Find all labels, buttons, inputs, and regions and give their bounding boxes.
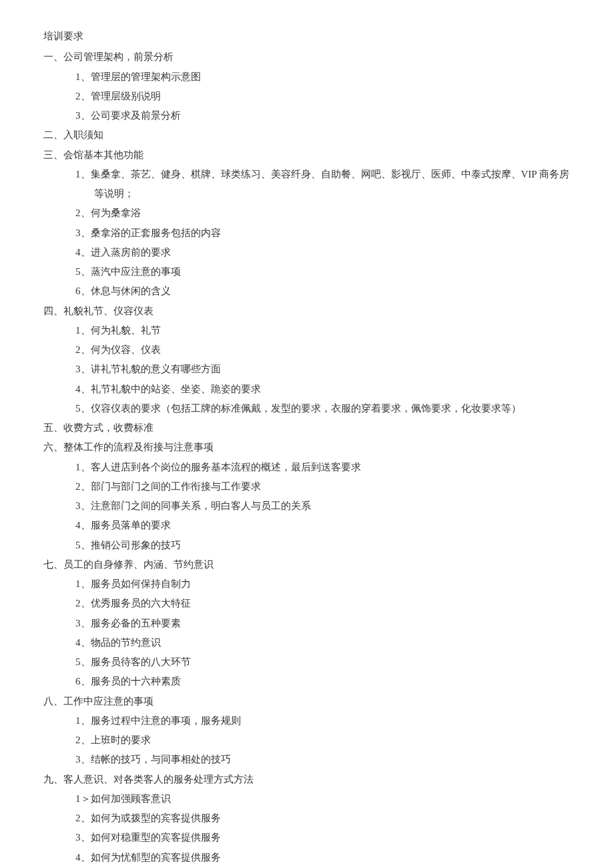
list-item: 2、上班时的要求	[75, 731, 571, 750]
list-item-text: 5、推销公司形象的技巧	[75, 536, 181, 555]
list-item: 1、何为礼貌、礼节	[75, 321, 571, 340]
sub-list: 1、集桑拿、茶艺、健身、棋牌、球类练习、美容纤身、自助餐、网吧、影视厅、医师、中…	[43, 165, 571, 302]
list-item: 5、蒸汽中应注意的事项	[75, 262, 571, 282]
list-item: 1、服务过程中注意的事项，服务规则	[75, 711, 571, 731]
list-item: 5、推销公司形象的技巧	[75, 536, 571, 555]
list-item-text: 1、集桑拿、茶艺、健身、棋牌、球类练习、美容纤身、自助餐、网吧、影视厅、医师、中…	[75, 165, 569, 204]
list-item: 3、桑拿浴的正套服务包括的内容	[75, 224, 571, 243]
list-item: 1＞如何加强顾客意识	[75, 789, 571, 809]
list-item: 3、讲礼节礼貌的意义有哪些方面	[75, 360, 571, 379]
list-item-text: 1、何为礼貌、礼节	[75, 321, 161, 340]
list-item-text: 5、服务员待客的八大环节	[75, 653, 191, 672]
sections-container: 一、公司管理架构，前景分析1、管理层的管理架构示意图2、管理层级别说明3、公司要…	[43, 47, 571, 868]
section-heading: 六、整体工作的流程及衔接与注意事项	[43, 438, 571, 457]
list-item-text: 6、休息与休闲的含义	[75, 282, 171, 301]
list-item-text: 4、物品的节约意识	[75, 633, 161, 653]
list-item: 3、注意部门之间的同事关系，明白客人与员工的关系	[75, 496, 571, 516]
list-item-text: 4、如何为忧郁型的宾客提供服务	[75, 848, 221, 867]
list-item-text: 3、讲礼节礼貌的意义有哪些方面	[75, 360, 221, 379]
list-item-text: 1、管理层的管理架构示意图	[75, 67, 201, 87]
list-item: 4、进入蒸房前的要求	[75, 243, 571, 262]
list-item: 1、集桑拿、茶艺、健身、棋牌、球类练习、美容纤身、自助餐、网吧、影视厅、医师、中…	[75, 165, 571, 204]
list-item: 2、优秀服务员的六大特征	[75, 594, 571, 613]
list-item-text: 1＞如何加强顾客意识	[75, 789, 171, 809]
list-item-text: 2、如何为或拨型的宾客提供服务	[75, 809, 221, 828]
list-item-text: 1、服务员如何保持自制力	[75, 574, 191, 594]
list-item-text: 3、公司要求及前景分析	[75, 106, 181, 125]
sub-list: 1、服务过程中注意的事项，服务规则2、上班时的要求3、结帐的技巧，与同事相处的技…	[43, 711, 571, 770]
document-root: 培训要求 一、公司管理架构，前景分析1、管理层的管理架构示意图2、管理层级别说明…	[43, 27, 571, 868]
list-item-text: 3、注意部门之间的同事关系，明白客人与员工的关系	[75, 496, 311, 516]
list-item-text: 6、服务员的十六种素质	[75, 672, 181, 691]
list-item: 3、结帐的技巧，与同事相处的技巧	[75, 750, 571, 769]
section-heading: 八、工作中应注意的事项	[43, 692, 571, 711]
list-item: 6、服务员的十六种素质	[75, 672, 571, 691]
document-title: 培训要求	[43, 27, 571, 46]
list-item-text: 4、服务员落单的要求	[75, 516, 171, 535]
list-item: 4、物品的节约意识	[75, 633, 571, 653]
section-heading: 一、公司管理架构，前景分析	[43, 47, 571, 67]
list-item-text: 2、上班时的要求	[75, 731, 151, 750]
sub-list: 1＞如何加强顾客意识2、如何为或拨型的宾客提供服务3、如何对稳重型的宾客提供服务…	[43, 789, 571, 868]
list-item: 5、仪容仪表的要求（包括工牌的标准佩戴，发型的要求，衣服的穿着要求，佩饰要求，化…	[75, 399, 571, 418]
list-item-text: 4、礼节礼貌中的站姿、坐姿、跪姿的要求	[75, 380, 261, 399]
list-item: 4、如何为忧郁型的宾客提供服务	[75, 848, 571, 867]
list-item-text: 2、何为桑拿浴	[75, 203, 141, 223]
list-item-text: 2、部门与部门之间的工作衔接与工作要求	[75, 477, 261, 496]
section-heading: 九、客人意识、对各类客人的服务处理方式方法	[43, 770, 571, 789]
list-item: 2、何为桑拿浴	[75, 203, 571, 223]
list-item: 3、公司要求及前景分析	[75, 106, 571, 125]
list-item: 2、部门与部门之间的工作衔接与工作要求	[75, 477, 571, 496]
list-item-text: 2、管理层级别说明	[75, 87, 161, 106]
list-item: 6、休息与休闲的含义	[75, 282, 571, 301]
list-item-text: 3、桑拿浴的正套服务包括的内容	[75, 224, 221, 243]
list-item: 2、何为仪容、仪表	[75, 340, 571, 360]
list-item: 1、客人进店到各个岗位的服务基本流程的概述，最后到送客要求	[75, 458, 571, 477]
section-heading: 二、入职须知	[43, 125, 571, 145]
section-heading: 三、会馆基本其他功能	[43, 145, 571, 165]
section-heading: 四、礼貌礼节、仪容仪表	[43, 302, 571, 321]
list-item: 4、服务员落单的要求	[75, 516, 571, 535]
list-item: 3、如何对稳重型的宾客提供服务	[75, 828, 571, 847]
list-item-text: 1、服务过程中注意的事项，服务规则	[75, 711, 241, 731]
list-item: 2、如何为或拨型的宾客提供服务	[75, 809, 571, 828]
list-item: 2、管理层级别说明	[75, 87, 571, 106]
list-item-text: 2、优秀服务员的六大特征	[75, 594, 191, 613]
section-heading: 五、收费方式，收费标准	[43, 418, 571, 438]
list-item: 4、礼节礼貌中的站姿、坐姿、跪姿的要求	[75, 380, 571, 399]
list-item-text: 3、结帐的技巧，与同事相处的技巧	[75, 750, 231, 769]
list-item: 1、管理层的管理架构示意图	[75, 67, 571, 87]
list-item: 5、服务员待客的八大环节	[75, 653, 571, 672]
list-item-text: 3、如何对稳重型的宾客提供服务	[75, 828, 221, 847]
list-item: 3、服务必备的五种要素	[75, 614, 571, 633]
list-item-text: 5、仪容仪表的要求（包括工牌的标准佩戴，发型的要求，衣服的穿着要求，佩饰要求，化…	[75, 399, 521, 418]
list-item-text: 2、何为仪容、仪表	[75, 340, 161, 360]
list-item-text: 5、蒸汽中应注意的事项	[75, 262, 181, 282]
sub-list: 1、何为礼貌、礼节2、何为仪容、仪表3、讲礼节礼貌的意义有哪些方面4、礼节礼貌中…	[43, 321, 571, 418]
list-item: 1、服务员如何保持自制力	[75, 574, 571, 594]
sub-list: 1、管理层的管理架构示意图2、管理层级别说明3、公司要求及前景分析	[43, 67, 571, 126]
sub-list: 1、服务员如何保持自制力2、优秀服务员的六大特征3、服务必备的五种要素4、物品的…	[43, 574, 571, 692]
list-item-text: 3、服务必备的五种要素	[75, 614, 181, 633]
list-item-text: 1、客人进店到各个岗位的服务基本流程的概述，最后到送客要求	[75, 458, 361, 477]
list-item-text: 4、进入蒸房前的要求	[75, 243, 171, 262]
section-heading: 七、员工的自身修养、内涵、节约意识	[43, 555, 571, 574]
sub-list: 1、客人进店到各个岗位的服务基本流程的概述，最后到送客要求2、部门与部门之间的工…	[43, 458, 571, 555]
